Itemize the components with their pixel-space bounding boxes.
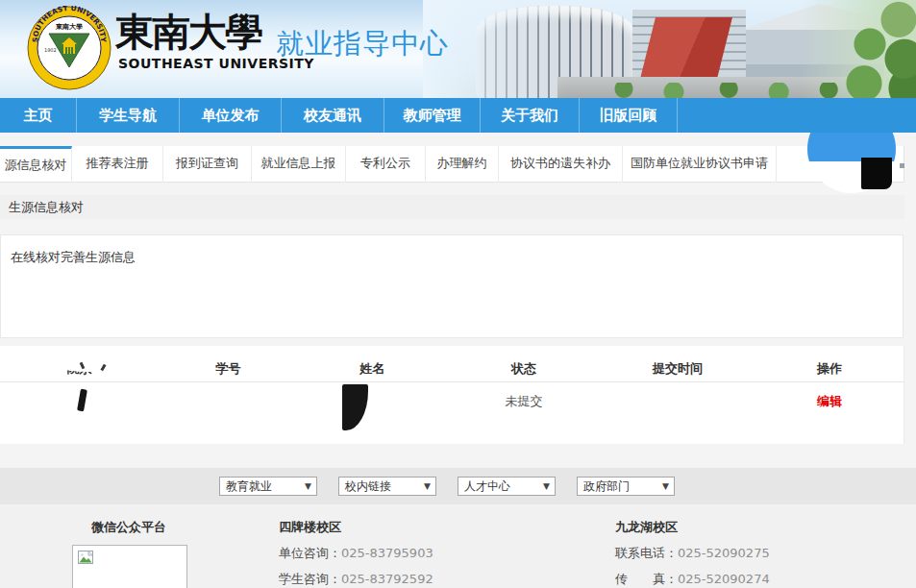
nav-item-old-site[interactable]: 旧版回顾 (580, 98, 678, 133)
select-talent-center[interactable]: 人才中心 ▼ (458, 477, 556, 496)
intro-text: 在线核对完善生源信息 (11, 250, 136, 264)
nav-item-alumni[interactable]: 校友通讯 (282, 98, 384, 133)
select-campus-links[interactable]: 校内链接 ▼ (338, 477, 436, 496)
col-status: 状态 (447, 358, 601, 381)
quick-links-strip: 教育就业 ▼ 校内链接 ▼ 人才中心 ▼ 政府部门 ▼ (0, 468, 916, 504)
nav-item-students[interactable]: 学生导航 (77, 98, 180, 133)
intro-box: 在线核对完善生源信息 (0, 234, 904, 338)
contact-label: 传 真： (615, 572, 678, 586)
dropdown-arrow-icon: ▼ (305, 478, 311, 495)
edit-link[interactable]: 编辑 (755, 382, 904, 444)
col-submit-time: 提交时间 (601, 358, 755, 381)
main-nav: 主页 学生导航 单位发布 校友通讯 教师管理 关于我们 旧版回顾 (0, 98, 916, 133)
select-value: 校内链接 (345, 479, 391, 493)
campus2-title: 九龙湖校区 (615, 519, 678, 536)
tab-employment-report[interactable]: 就业信息上报 (252, 146, 346, 183)
site-title: 就业指导中心 (276, 25, 449, 63)
campus1-line2: 学生咨询：025-83792592 (279, 571, 433, 588)
contact-label: 学生咨询： (279, 572, 341, 586)
dropdown-arrow-icon: ▼ (662, 478, 669, 495)
redaction-username (861, 158, 892, 189)
nav-item-units[interactable]: 单位发布 (180, 98, 282, 133)
dropdown-arrow-icon: ▼ (424, 478, 431, 495)
tab-report-card-query[interactable]: 报到证查询 (163, 146, 252, 183)
tab-contract-cancel[interactable]: 办理解约 (426, 146, 499, 183)
dropdown-arrow-icon: ▼ (543, 478, 550, 495)
select-government[interactable]: 政府部门 ▼ (577, 477, 675, 496)
campus2-line2: 传 真：025-52090274 (615, 571, 770, 588)
contact-value: 025-83795903 (341, 546, 433, 560)
chevron-down-icon[interactable] (900, 163, 904, 168)
col-student-id: 学号 (159, 358, 298, 381)
select-value: 政府部门 (583, 479, 630, 493)
select-value: 教育就业 (226, 479, 272, 493)
svg-text:東南大學: 東南大學 (55, 23, 83, 31)
contact-label: 单位咨询： (279, 546, 341, 560)
contact-label: 联系电话： (615, 546, 678, 560)
redaction-dept-header (54, 350, 138, 372)
site-header: SOUTHEAST UNIVERSITY 東南大學 1902 東南大學 SOUT… (0, 0, 916, 98)
sub-tab-strip: 源信息核对 推荐表注册 报到证查询 就业信息上报 专利公示 办理解约 协议书的遗… (0, 146, 904, 183)
cell-student-id (159, 382, 298, 444)
tab-recommend-register[interactable]: 推荐表注册 (72, 146, 163, 183)
table-row: 未提交 编辑 (0, 382, 904, 444)
nav-item-teachers[interactable]: 教师管理 (384, 98, 481, 133)
svg-text:1902: 1902 (44, 47, 57, 53)
cell-status: 未提交 (447, 382, 601, 444)
campus2-line1: 联系电话：025-52090275 (615, 545, 770, 562)
nav-item-about[interactable]: 关于我们 (481, 98, 580, 133)
cell-submit-time (601, 382, 755, 444)
tab-patent-notice[interactable]: 专利公示 (346, 146, 426, 183)
photo-trees-row (599, 83, 849, 98)
contact-value: 025-52090274 (678, 572, 770, 586)
wechat-qr-placeholder (72, 545, 187, 588)
page-title: 生源信息核对 (0, 195, 904, 219)
university-name-cn: 東南大學 (115, 6, 284, 59)
redaction-name-header (325, 349, 354, 372)
contact-value: 025-52090275 (678, 546, 770, 560)
select-value: 人才中心 (464, 479, 510, 493)
tab-source-info-check[interactable]: 源信息核对 (0, 146, 72, 183)
campus1-title: 四牌楼校区 (279, 519, 341, 536)
col-name: 姓名 (298, 358, 447, 381)
col-action: 操作 (755, 358, 904, 381)
campus1-line1: 单位咨询：025-83795903 (279, 545, 433, 562)
cell-name (298, 382, 447, 444)
wechat-title: 微信公众平台 (91, 519, 166, 536)
select-education-employment[interactable]: 教育就业 ▼ (219, 477, 317, 496)
contact-value: 025-83792592 (341, 572, 433, 586)
broken-image-icon (78, 551, 93, 564)
tab-agreement-reissue[interactable]: 协议书的遗失补办 (499, 146, 623, 183)
tab-defense-agreement[interactable]: 国防单位就业协议书申请 (623, 146, 777, 183)
university-seal-icon: SOUTHEAST UNIVERSITY 東南大學 1902 (27, 6, 111, 90)
campus-photo (423, 0, 916, 98)
nav-item-home[interactable]: 主页 (0, 98, 77, 133)
source-info-table: 院系 学号 姓名 状态 提交时间 操作 未提交 编辑 (0, 346, 904, 444)
